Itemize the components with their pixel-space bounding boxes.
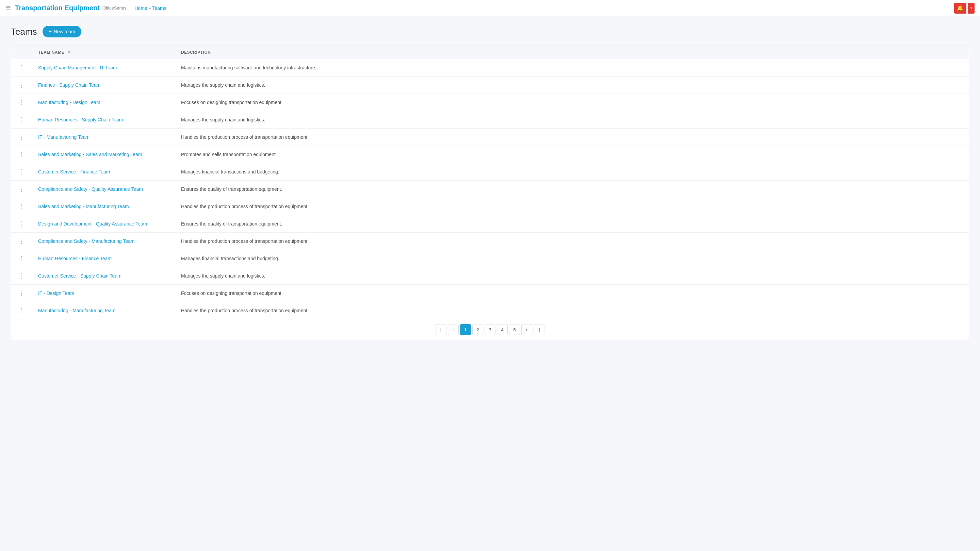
- team-name-link[interactable]: Human Resources - Finance Team: [38, 256, 111, 261]
- row-menu-button[interactable]: ⋮: [17, 151, 27, 158]
- team-name-link[interactable]: Sales and Marketing - Sales and Marketin…: [38, 152, 142, 157]
- row-actions-cell: ⋮: [11, 163, 33, 181]
- team-description: Maintains manufacturing software and tec…: [181, 65, 317, 70]
- row-menu-button[interactable]: ⋮: [17, 81, 27, 89]
- row-description-cell: Maintains manufacturing software and tec…: [176, 59, 969, 76]
- team-name-link[interactable]: Manufacturing - Design Team: [38, 100, 100, 105]
- team-description: Promotes and sells transportation equipm…: [181, 152, 277, 157]
- table-row: ⋮IT - Manufacturing TeamHandles the prod…: [11, 129, 969, 146]
- team-name-link[interactable]: Sales and Marketing - Manufacturing Team: [38, 204, 129, 209]
- row-menu-button[interactable]: ⋮: [17, 116, 27, 124]
- filter-icon[interactable]: ▼: [67, 50, 71, 55]
- row-description-cell: Ensures the quality of transportation eq…: [176, 215, 969, 233]
- row-team-name-cell: Compliance and Safety - Manufacturing Te…: [33, 233, 176, 250]
- notification-bell-button[interactable]: 🔔: [954, 3, 966, 14]
- team-description: Manages financial transactions and budge…: [181, 169, 279, 175]
- row-actions-cell: ⋮: [11, 59, 33, 76]
- team-name-link[interactable]: Human Resources - Supply Chain Team: [38, 117, 123, 122]
- table-row: ⋮Design and Development - Quality Assura…: [11, 215, 969, 233]
- pagination-next-button[interactable]: ›: [521, 324, 532, 335]
- table-row: ⋮Customer Service - Supply Chain TeamMan…: [11, 267, 969, 285]
- team-name-link[interactable]: Finance - Supply Chain Team: [38, 82, 100, 88]
- col-name-label: TEAM NAME: [38, 50, 64, 55]
- row-description-cell: Manages the supply chain and logistics.: [176, 267, 969, 285]
- team-description: Manages the supply chain and logistics.: [181, 117, 265, 122]
- row-menu-button[interactable]: ⋮: [17, 133, 27, 141]
- row-menu-button[interactable]: ⋮: [17, 220, 27, 227]
- team-name-link[interactable]: Supply Chain Management - IT Team: [38, 65, 117, 70]
- row-team-name-cell: Supply Chain Management - IT Team: [33, 59, 176, 76]
- row-actions-cell: ⋮: [11, 94, 33, 111]
- row-description-cell: Handles the production process of transp…: [176, 198, 969, 215]
- row-actions-cell: ⋮: [11, 215, 33, 233]
- row-team-name-cell: Customer Service - Supply Chain Team: [33, 267, 176, 285]
- pagination-page-1[interactable]: 1: [460, 324, 471, 335]
- main-content: Teams + New team TEAM NAME ▼ DESCRIPTION: [0, 16, 980, 349]
- row-menu-button[interactable]: ⋮: [17, 237, 27, 245]
- row-actions-cell: ⋮: [11, 146, 33, 163]
- header-dropdown-button[interactable]: ▾: [968, 3, 975, 14]
- row-description-cell: Focuses on designing transportation equi…: [176, 94, 969, 111]
- row-description-cell: Handles the production process of transp…: [176, 129, 969, 146]
- row-menu-button[interactable]: ⋮: [17, 98, 27, 106]
- page-title: Teams: [11, 27, 37, 37]
- pagination-prev-button[interactable]: ‹: [448, 324, 459, 335]
- row-team-name-cell: Customer Service - Finance Team: [33, 163, 176, 181]
- row-team-name-cell: Sales and Marketing - Manufacturing Team: [33, 198, 176, 215]
- row-description-cell: Focuses on designing transportation equi…: [176, 285, 969, 302]
- team-name-link[interactable]: Compliance and Safety - Quality Assuranc…: [38, 186, 143, 192]
- team-name-link[interactable]: Customer Service - Supply Chain Team: [38, 273, 121, 279]
- team-description: Manages the supply chain and logistics.: [181, 273, 265, 279]
- team-description: Handles the production process of transp…: [181, 134, 309, 140]
- row-menu-button[interactable]: ⋮: [17, 185, 27, 193]
- hamburger-menu-icon[interactable]: ☰: [5, 5, 11, 12]
- row-actions-cell: ⋮: [11, 250, 33, 267]
- team-name-link[interactable]: Compliance and Safety - Manufacturing Te…: [38, 238, 135, 244]
- new-team-button[interactable]: + New team: [43, 26, 81, 37]
- team-name-link[interactable]: IT - Manufacturing Team: [38, 134, 89, 140]
- team-description: Handles the production process of transp…: [181, 308, 309, 313]
- row-menu-button[interactable]: ⋮: [17, 272, 27, 279]
- pagination-last-button[interactable]: |⟩: [533, 324, 544, 335]
- team-name-link[interactable]: IT - Design Team: [38, 291, 74, 296]
- team-description: Handles the production process of transp…: [181, 238, 309, 244]
- team-name-link[interactable]: Design and Development - Quality Assuran…: [38, 221, 147, 227]
- pagination-page-3[interactable]: 3: [485, 324, 495, 335]
- table-row: ⋮Compliance and Safety - Quality Assuran…: [11, 181, 969, 198]
- table-row: ⋮Compliance and Safety - Manufacturing T…: [11, 233, 969, 250]
- row-team-name-cell: Finance - Supply Chain Team: [33, 76, 176, 94]
- row-actions-cell: ⋮: [11, 302, 33, 319]
- row-actions-cell: ⋮: [11, 285, 33, 302]
- breadcrumb: Home » Teams: [134, 5, 166, 11]
- row-actions-cell: ⋮: [11, 76, 33, 94]
- row-team-name-cell: Human Resources - Finance Team: [33, 250, 176, 267]
- team-name-link[interactable]: Customer Service - Finance Team: [38, 169, 110, 175]
- table-row: ⋮Human Resources - Finance TeamManages f…: [11, 250, 969, 267]
- row-menu-button[interactable]: ⋮: [17, 168, 27, 176]
- row-actions-cell: ⋮: [11, 111, 33, 129]
- row-team-name-cell: IT - Manufacturing Team: [33, 129, 176, 146]
- team-description: Ensures the quality of transportation eq…: [181, 186, 282, 192]
- pagination-page-4[interactable]: 4: [497, 324, 508, 335]
- row-team-name-cell: Manufacturing - Manufacturing Team: [33, 302, 176, 319]
- app-header: ☰ Transportation Equipment OfficeSeries …: [0, 0, 980, 16]
- row-actions-cell: ⋮: [11, 267, 33, 285]
- table-row: ⋮Sales and Marketing - Manufacturing Tea…: [11, 198, 969, 215]
- row-menu-button[interactable]: ⋮: [17, 289, 27, 297]
- pagination-first-button[interactable]: ⟨|: [436, 324, 447, 335]
- row-actions-cell: ⋮: [11, 181, 33, 198]
- breadcrumb-home-link[interactable]: Home: [134, 5, 147, 11]
- row-team-name-cell: Human Resources - Supply Chain Team: [33, 111, 176, 129]
- row-menu-button[interactable]: ⋮: [17, 203, 27, 210]
- table-row: ⋮Sales and Marketing - Sales and Marketi…: [11, 146, 969, 163]
- pagination-page-5[interactable]: 5: [509, 324, 520, 335]
- pagination-page-2[interactable]: 2: [472, 324, 483, 335]
- row-menu-button[interactable]: ⋮: [17, 64, 27, 71]
- row-menu-button[interactable]: ⋮: [17, 255, 27, 262]
- team-description: Focuses on designing transportation equi…: [181, 291, 283, 296]
- team-description: Ensures the quality of transportation eq…: [181, 221, 282, 227]
- plus-icon: +: [49, 29, 52, 35]
- row-description-cell: Manages the supply chain and logistics.: [176, 76, 969, 94]
- team-name-link[interactable]: Manufacturing - Manufacturing Team: [38, 308, 116, 313]
- row-menu-button[interactable]: ⋮: [17, 307, 27, 314]
